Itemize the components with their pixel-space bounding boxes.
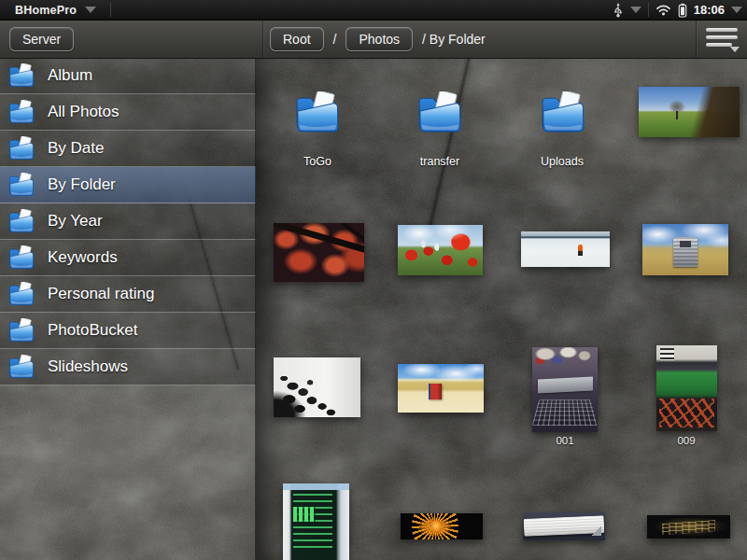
folder-icon — [7, 63, 35, 89]
app-window: BHomePro — [0, 0, 747, 560]
photo-label-001: 001 — [518, 435, 612, 446]
app-menu-button[interactable]: BHomePro — [0, 0, 96, 20]
sidebar: Album All Photos By Date By Folder By Ye… — [0, 58, 256, 385]
photo-thumbnail-night-structure[interactable] — [647, 515, 730, 539]
status-bar: BHomePro — [0, 0, 747, 21]
usb-menu-button[interactable] — [613, 3, 641, 18]
view-options-arrow-icon — [730, 47, 740, 52]
toolbar-divider — [262, 20, 263, 58]
toolbar: Server Root / Photos / By Folder — [0, 20, 747, 59]
sidebar-item-by-folder[interactable]: By Folder — [0, 167, 256, 203]
battery-icon — [678, 3, 687, 18]
photo-thumbnail-beach-chair[interactable] — [642, 224, 728, 275]
sidebar-item-label: Personal rating — [48, 285, 154, 303]
sidebar-item-label: PhotoBucket — [48, 321, 137, 340]
folder-tile-transfer[interactable] — [416, 91, 464, 135]
folder-icon — [7, 282, 35, 307]
list-menu-icon — [706, 28, 738, 32]
folder-icon — [7, 100, 35, 125]
status-bar-divider — [110, 3, 111, 17]
breadcrumb-current: / By Folder — [422, 32, 486, 47]
system-menu-button[interactable]: 18:06 — [655, 3, 742, 18]
sidebar-item-personal-rating[interactable]: Personal rating — [0, 276, 256, 313]
sidebar-item-all-photos[interactable]: All Photos — [0, 94, 256, 131]
photo-thumbnail-001[interactable] — [532, 347, 598, 432]
sidebar-item-label: All Photos — [48, 103, 120, 121]
sidebar-item-by-year[interactable]: By Year — [0, 203, 256, 240]
usb-icon — [613, 3, 624, 18]
photo-thumbnail-dahlia-flower[interactable] — [401, 513, 483, 539]
app-title: BHomePro — [15, 4, 77, 17]
server-button[interactable]: Server — [9, 27, 74, 51]
folder-icon — [293, 91, 342, 135]
sidebar-item-by-date[interactable]: By Date — [0, 131, 256, 167]
sidebar-item-label: Keywords — [48, 248, 118, 267]
photo-thumbnail-snow-walker[interactable] — [521, 231, 610, 267]
photo-thumbnail-tree-landscape[interactable] — [639, 87, 740, 137]
photo-thumbnail-beach-cabin[interactable] — [398, 364, 484, 413]
view-options-button[interactable] — [704, 26, 740, 52]
breadcrumb-separator: / — [333, 32, 337, 47]
breadcrumb-photos-button[interactable]: Photos — [345, 27, 413, 51]
sidebar-item-label: Album — [48, 66, 92, 85]
photo-thumbnail-poppies[interactable] — [398, 225, 483, 275]
breadcrumb-root-button[interactable]: Root — [270, 27, 324, 51]
wifi-icon — [655, 4, 671, 16]
sidebar-item-keywords[interactable]: Keywords — [0, 240, 256, 276]
usb-menu-arrow-icon — [630, 7, 641, 13]
photo-thumbnail-paper-stack[interactable] — [523, 512, 605, 540]
app-menu-arrow-icon — [85, 7, 96, 13]
folder-icon — [7, 209, 35, 234]
sidebar-item-label: By Folder — [48, 175, 116, 194]
status-bar-divider — [648, 3, 649, 17]
list-menu-icon — [706, 43, 732, 47]
folder-icon — [416, 91, 464, 135]
toolbar-divider — [696, 20, 697, 58]
sidebar-item-photobucket[interactable]: PhotoBucket — [0, 313, 256, 349]
photo-label-009: 009 — [640, 435, 733, 446]
folder-icon — [7, 245, 35, 271]
system-menu-arrow-icon — [731, 7, 742, 13]
folder-tile-uploads[interactable] — [539, 91, 587, 135]
folder-label: Uploads — [511, 155, 613, 168]
photo-thumbnail-rocks-bw[interactable] — [274, 357, 360, 417]
folder-icon — [7, 173, 35, 198]
breadcrumb: Root / Photos / By Folder — [270, 27, 486, 51]
sidebar-item-label: By Year — [48, 212, 103, 231]
folder-label: transfer — [388, 155, 491, 168]
list-menu-icon — [706, 35, 738, 39]
sidebar-item-album[interactable]: Album — [0, 58, 256, 94]
sidebar-item-label: Slideshows — [48, 357, 128, 376]
folder-icon — [7, 136, 35, 161]
photo-thumbnail-terminal-screen[interactable] — [283, 483, 349, 560]
folder-label: ToGo — [266, 155, 369, 168]
sidebar-item-slideshows[interactable]: Slideshows — [0, 349, 256, 385]
folder-icon — [539, 91, 587, 135]
sidebar-item-label: By Date — [48, 139, 104, 158]
photo-thumbnail-autumn-tree[interactable] — [274, 223, 364, 282]
folder-tile-togo[interactable] — [293, 91, 342, 135]
folder-icon — [7, 318, 35, 343]
photo-thumbnail-009[interactable] — [656, 345, 717, 431]
folder-icon — [7, 355, 35, 380]
folder-contents-grid: ToGo transfer Uploads 001 009 — [256, 58, 747, 560]
clock: 18:06 — [694, 3, 725, 17]
